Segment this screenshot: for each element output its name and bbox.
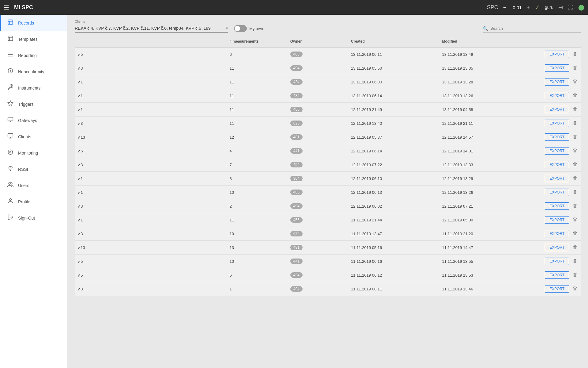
sidebar-item-triggers[interactable]: Triggers	[0, 96, 67, 112]
owner-badge: 494	[290, 286, 303, 292]
table-row: v.13 12 481 12.11.2019 05:37 12.11.2019 …	[75, 130, 581, 144]
search-input[interactable]	[490, 26, 581, 31]
delete-icon[interactable]: 🗑	[573, 231, 578, 236]
col-header-name	[75, 36, 227, 48]
export-button[interactable]: EXPORT	[545, 78, 569, 86]
delete-icon[interactable]: 🗑	[573, 51, 578, 56]
sidebar-item-monitoring[interactable]: Monitoring	[0, 145, 67, 161]
export-button[interactable]: EXPORT	[545, 106, 569, 113]
export-button[interactable]: EXPORT	[545, 202, 569, 210]
export-button[interactable]: EXPORT	[545, 120, 569, 127]
cell-modified: 11.11.2019 14:47	[439, 241, 530, 255]
table-row: v.5 10 441 11.11.2019 06:16 11.11.2019 1…	[75, 255, 581, 268]
clients-dropdown-text: REKA č.4, KVP č.7, KVP č.2, KVP č.11, KV…	[75, 26, 224, 31]
export-button[interactable]: EXPORT	[545, 189, 569, 196]
sidebar-item-clients[interactable]: Clients	[0, 128, 67, 145]
export-button[interactable]: EXPORT	[545, 230, 569, 237]
delete-icon[interactable]: 🗑	[573, 286, 578, 291]
sidebar-item-users[interactable]: Users	[0, 177, 67, 194]
sidebar-item-label: Users	[18, 183, 29, 188]
menu-icon[interactable]: ☰	[4, 4, 9, 11]
gateways-icon	[7, 117, 14, 124]
delete-icon[interactable]: 🗑	[573, 134, 578, 139]
cell-modified: 12.11.2019 21:11	[439, 117, 530, 130]
delete-icon[interactable]: 🗑	[573, 217, 578, 222]
sidebar-item-signout[interactable]: Sign-Out	[0, 210, 67, 226]
sidebar-item-nonconfirmity[interactable]: Nonconfirmity	[0, 63, 67, 80]
sidebar-item-records[interactable]: Records	[0, 15, 67, 31]
cell-owner: 456	[287, 213, 348, 227]
delete-icon[interactable]: 🗑	[573, 148, 578, 153]
cell-measurements: 6	[227, 268, 287, 282]
delete-icon[interactable]: 🗑	[573, 93, 578, 98]
cell-actions: EXPORT 🗑	[530, 61, 581, 75]
cell-owner: 485	[287, 186, 348, 199]
cell-owner: 626	[287, 227, 348, 241]
sidebar-item-rssi[interactable]: RSSI	[0, 161, 67, 177]
logout-icon[interactable]: ⇥	[558, 4, 563, 11]
cell-name: v.13	[75, 241, 227, 255]
svg-point-23	[9, 199, 12, 201]
cell-modified: 11.11.2019 21:20	[439, 227, 530, 241]
svg-rect-16	[8, 134, 13, 137]
user-label[interactable]: guru	[545, 5, 553, 10]
sidebar-item-templates[interactable]: Templates	[0, 31, 67, 47]
export-button[interactable]: EXPORT	[545, 244, 569, 251]
sidebar-item-reporting[interactable]: Reporting	[0, 47, 67, 63]
export-button[interactable]: EXPORT	[545, 133, 569, 141]
delete-icon[interactable]: 🗑	[573, 175, 578, 181]
expand-icon[interactable]: ⛶	[568, 4, 573, 11]
clients-dropdown[interactable]: REKA č.4, KVP č.7, KVP č.2, KVP č.11, KV…	[75, 25, 228, 33]
export-button[interactable]: EXPORT	[545, 271, 569, 279]
cell-name: v.1	[75, 103, 227, 117]
cell-modified: 12.11.2019 13:33	[439, 158, 530, 172]
power-icon[interactable]: ⬤	[578, 4, 584, 11]
export-button[interactable]: EXPORT	[545, 258, 569, 265]
cell-measurements: 10	[227, 186, 287, 199]
export-button[interactable]: EXPORT	[545, 64, 569, 72]
export-button[interactable]: EXPORT	[545, 175, 569, 182]
delete-icon[interactable]: 🗑	[573, 244, 578, 250]
sidebar-item-instruments[interactable]: Instruments	[0, 80, 67, 96]
cell-modified: 12.11.2019 13:29	[439, 172, 530, 186]
delete-icon[interactable]: 🗑	[573, 106, 578, 112]
svg-rect-3	[8, 36, 13, 41]
cell-modified: 12.11.2019 07:21	[439, 199, 530, 213]
minus-button[interactable]: −	[503, 4, 507, 11]
plus-button[interactable]: +	[526, 4, 530, 11]
delete-icon[interactable]: 🗑	[573, 203, 578, 208]
table-row: v.1 8 304 12.11.2019 06:10 12.11.2019 13…	[75, 172, 581, 186]
export-button[interactable]: EXPORT	[545, 147, 569, 155]
sidebar-item-profile[interactable]: Profile	[0, 194, 67, 210]
export-button[interactable]: EXPORT	[545, 51, 569, 58]
cell-name: v.1	[75, 172, 227, 186]
sidebar-item-label: Records	[18, 21, 34, 25]
cell-name: v.1	[75, 213, 227, 227]
export-button[interactable]: EXPORT	[545, 92, 569, 99]
toggle-knob	[235, 26, 240, 31]
export-button[interactable]: EXPORT	[545, 285, 569, 293]
delete-icon[interactable]: 🗑	[573, 65, 578, 70]
sidebar-item-gateways[interactable]: Gateways	[0, 112, 67, 128]
delete-icon[interactable]: 🗑	[573, 120, 578, 125]
cell-measurements: 10	[227, 255, 287, 268]
cell-created: 11.11.2019 05:16	[348, 241, 439, 255]
owner-badge: 304	[290, 176, 303, 181]
cell-measurements: 12	[227, 130, 287, 144]
cell-owner: 626	[287, 117, 348, 130]
col-header-modified[interactable]: Modified ↓	[439, 36, 530, 48]
cell-measurements: 11	[227, 103, 287, 117]
table-row: v.3 11 494 13.11.2019 05:50 13.11.2019 1…	[75, 61, 581, 75]
delete-icon[interactable]: 🗑	[573, 258, 578, 263]
cell-modified: 13.11.2019 13:35	[439, 61, 530, 75]
export-button[interactable]: EXPORT	[545, 161, 569, 168]
cell-measurements: 11	[227, 75, 287, 89]
delete-icon[interactable]: 🗑	[573, 272, 578, 277]
my-own-toggle[interactable]	[234, 25, 247, 32]
svg-rect-13	[8, 117, 13, 121]
delete-icon[interactable]: 🗑	[573, 162, 578, 167]
delete-icon[interactable]: 🗑	[573, 79, 578, 84]
owner-badge: 626	[290, 121, 303, 126]
delete-icon[interactable]: 🗑	[573, 189, 578, 194]
export-button[interactable]: EXPORT	[545, 216, 569, 224]
